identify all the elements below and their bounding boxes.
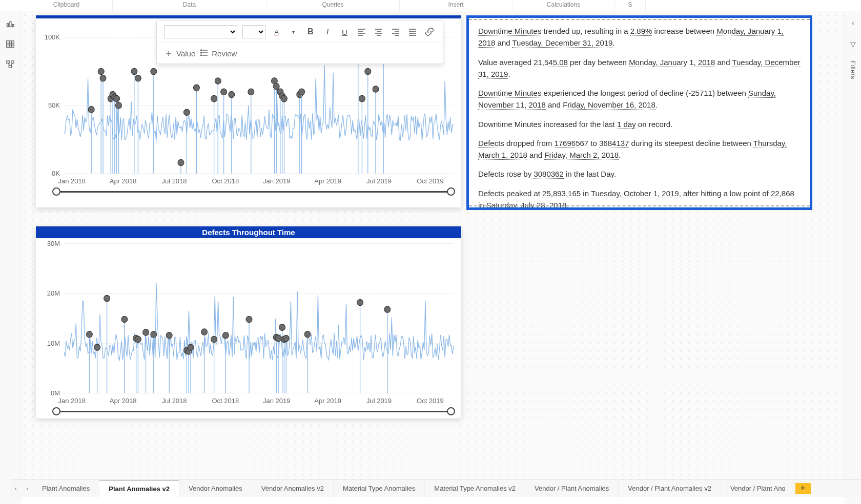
time-range-slider[interactable]: [56, 188, 451, 195]
ribbon-group-label: Clipboard: [20, 0, 113, 11]
page-tab[interactable]: Material Type Anomalies: [334, 480, 425, 497]
align-center-icon[interactable]: [373, 25, 384, 38]
slider-handle-start[interactable]: [52, 407, 60, 415]
align-right-icon[interactable]: [389, 25, 401, 38]
svg-point-46: [135, 75, 141, 81]
svg-point-140: [275, 335, 281, 342]
svg-rect-9: [11, 61, 13, 64]
add-value-button[interactable]: ＋ Value: [164, 47, 195, 59]
svg-point-148: [304, 331, 311, 338]
svg-point-136: [246, 316, 252, 323]
bold-button[interactable]: B: [304, 25, 316, 38]
model-icon[interactable]: [6, 60, 15, 69]
svg-point-120: [151, 331, 157, 338]
insight-highlight: 1 day: [617, 120, 636, 129]
italic-button[interactable]: I: [322, 25, 334, 38]
filters-pane-label[interactable]: Filters: [849, 61, 857, 79]
font-family-select[interactable]: [164, 25, 237, 38]
insight-highlight: Downtime Minutes: [478, 89, 541, 98]
svg-rect-3: [6, 41, 13, 48]
svg-text:Apr 2019: Apr 2019: [314, 396, 341, 404]
svg-point-62: [229, 91, 235, 98]
slider-handle-end[interactable]: [447, 407, 455, 415]
svg-point-82: [359, 95, 365, 102]
text-format-toolbar[interactable]: A ▾ B I U ＋ Value Review: [156, 20, 443, 64]
svg-point-64: [248, 89, 254, 95]
table-icon[interactable]: [6, 39, 15, 49]
svg-point-86: [373, 86, 379, 93]
page-tabs-bar: ‹ › Plant AnomaliesPlant Anomalies v2Ven…: [10, 479, 861, 497]
svg-point-74: [281, 95, 287, 102]
insight-paragraph[interactable]: Defects peaked at 25,893,165 in Tuesday,…: [478, 187, 801, 211]
review-button[interactable]: Review: [200, 49, 237, 58]
svg-point-146: [283, 335, 289, 342]
svg-point-50: [178, 159, 184, 166]
tabs-prev-icon[interactable]: ‹: [10, 485, 22, 492]
svg-point-28: [88, 107, 94, 113]
svg-point-116: [135, 336, 141, 343]
insight-paragraph[interactable]: Downtime Minutes increased for the last …: [478, 118, 801, 130]
svg-point-128: [188, 344, 194, 351]
insight-highlight: 22,868: [771, 189, 794, 198]
svg-rect-0: [7, 24, 8, 27]
chart-plot-area[interactable]: 0M10M20M30MJan 2018Apr 2018Jul 2018Oct 2…: [36, 238, 461, 420]
svg-point-52: [183, 109, 190, 116]
page-tab[interactable]: Material Type Anomalies v2: [425, 480, 525, 497]
svg-rect-8: [6, 61, 9, 64]
ribbon-group-label: Data: [113, 0, 266, 11]
page-tab[interactable]: Vendor / Plant Anomalies: [525, 480, 619, 497]
svg-text:10M: 10M: [47, 339, 60, 347]
slider-handle-start[interactable]: [52, 187, 60, 196]
smart-narrative-card[interactable]: Downtime Minutes trended up, resulting i…: [466, 15, 812, 210]
justify-icon[interactable]: [407, 25, 419, 38]
page-tab[interactable]: Plant Anomalies v2: [99, 480, 179, 497]
svg-point-44: [131, 68, 137, 75]
page-tab[interactable]: Vendor Anomalies: [179, 480, 252, 497]
svg-point-84: [365, 68, 371, 75]
svg-text:Jan 2018: Jan 2018: [58, 177, 85, 184]
insight-highlight: Defects: [478, 139, 504, 148]
page-tab[interactable]: Vendor Anomalies v2: [252, 480, 334, 497]
svg-point-32: [100, 75, 106, 81]
filter-icon[interactable]: ▽: [850, 40, 856, 48]
chevron-down-icon[interactable]: ▾: [288, 25, 299, 38]
right-rail: ‹ ▽ Filters: [845, 11, 861, 504]
tabs-next-icon[interactable]: ›: [22, 485, 33, 492]
insight-paragraph[interactable]: Value averaged 21,545.08 per day between…: [478, 56, 801, 80]
insight-paragraph[interactable]: Defects rose by 3080362 in the last Day.: [478, 168, 801, 180]
ribbon-group-label: Calculations: [512, 0, 615, 11]
slider-handle-end[interactable]: [447, 187, 455, 196]
page-tab[interactable]: Vendor / Plant Anomalies v2: [619, 480, 721, 497]
insight-highlight: Thursday, March 1, 2018: [478, 139, 787, 160]
chart-defects[interactable]: Defects Throughout Time 0M10M20M30MJan 2…: [36, 226, 461, 418]
underline-button[interactable]: U: [339, 25, 351, 38]
insight-paragraph[interactable]: Defects dropped from 17696567 to 3684137…: [478, 137, 801, 161]
report-canvas[interactable]: 0K50K100KJan 2018Apr 2018Jul 2018Oct 201…: [20, 11, 845, 479]
link-icon[interactable]: [424, 25, 436, 38]
svg-text:50K: 50K: [48, 101, 60, 109]
chevron-left-icon[interactable]: ‹: [852, 19, 854, 27]
bar-chart-icon[interactable]: [6, 19, 15, 28]
svg-point-122: [166, 332, 172, 339]
insight-paragraph[interactable]: Downtime Minutes experienced the longest…: [478, 87, 801, 111]
align-left-icon[interactable]: [356, 25, 367, 38]
svg-text:Oct 2018: Oct 2018: [212, 177, 239, 184]
add-page-button[interactable]: +: [795, 483, 811, 494]
svg-text:0M: 0M: [51, 389, 60, 397]
font-color-button[interactable]: A: [271, 25, 282, 38]
svg-text:Jan 2018: Jan 2018: [58, 396, 85, 404]
svg-point-130: [201, 329, 208, 335]
time-range-slider[interactable]: [56, 408, 451, 415]
page-tab[interactable]: Vendor / Plant Ano: [721, 480, 795, 497]
insight-highlight: Friday, November 16, 2018: [563, 100, 655, 110]
insight-paragraph[interactable]: Downtime Minutes trended up, resulting i…: [478, 25, 801, 49]
svg-point-112: [121, 316, 128, 323]
svg-point-142: [279, 324, 285, 331]
svg-text:Jul 2019: Jul 2019: [366, 177, 392, 184]
page-tab[interactable]: Plant Anomalies: [33, 480, 99, 497]
font-size-select[interactable]: [242, 25, 265, 38]
svg-text:0K: 0K: [52, 170, 60, 177]
svg-text:Oct 2018: Oct 2018: [212, 396, 239, 404]
svg-text:30M: 30M: [47, 239, 60, 247]
insight-highlight: Tuesday, October 1, 2019: [591, 189, 679, 198]
